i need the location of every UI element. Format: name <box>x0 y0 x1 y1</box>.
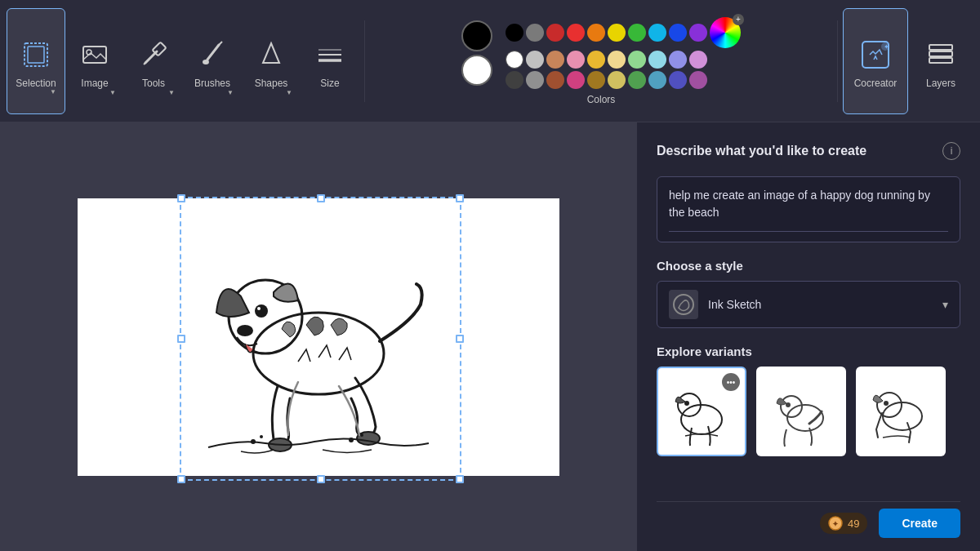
handle-bottom-right[interactable] <box>456 475 464 483</box>
variant-more-button[interactable]: ••• <box>722 373 740 391</box>
style-chevron-icon: ▾ <box>942 298 948 311</box>
credits-badge: ✦ 49 <box>820 513 867 534</box>
handle-bottom-left[interactable] <box>177 475 185 483</box>
tool-brushes[interactable]: ▼ Brushes <box>183 8 242 114</box>
svg-point-37 <box>786 402 791 407</box>
color-darkgreen[interactable] <box>628 71 646 89</box>
svg-point-29 <box>349 438 354 442</box>
tool-selection[interactable]: ▼ Selection <box>7 8 65 114</box>
svg-text:✦: ✦ <box>884 43 889 51</box>
color-black[interactable] <box>506 24 523 42</box>
secondary-color-swatch[interactable] <box>461 55 492 86</box>
tools-chevron: ▼ <box>168 89 175 96</box>
style-thumbnail <box>669 290 698 319</box>
handle-bottom-middle[interactable] <box>317 475 325 483</box>
variant-2[interactable] <box>756 367 846 456</box>
style-section: Choose a style Ink Sketch ▾ <box>657 259 960 328</box>
color-row-1 <box>506 17 741 48</box>
colors-label: Colors <box>587 94 616 105</box>
color-olive[interactable] <box>587 71 605 89</box>
color-tan[interactable] <box>546 51 564 69</box>
color-orange[interactable] <box>587 24 605 42</box>
style-dropdown[interactable]: Ink Sketch ▾ <box>657 281 960 328</box>
color-magenta[interactable] <box>567 71 585 89</box>
color-steel[interactable] <box>648 71 666 89</box>
svg-point-23 <box>257 307 261 310</box>
cocreator-icon: ✦ <box>858 37 893 73</box>
brushes-chevron: ▼ <box>227 89 234 96</box>
active-color-swatch[interactable] <box>461 20 492 51</box>
color-row-2 <box>506 51 741 69</box>
tool-cocreator[interactable]: ✦ Cocreator <box>843 8 908 114</box>
image-chevron: ▼ <box>109 89 116 96</box>
color-darkgray2[interactable] <box>506 71 523 89</box>
prompt-text: help me create an image of a happy dog r… <box>669 187 948 221</box>
svg-point-34 <box>684 401 689 406</box>
color-red[interactable] <box>567 24 585 42</box>
side-panel: Describe what you'd like to create i hel… <box>637 122 980 551</box>
svg-rect-17 <box>929 51 952 56</box>
variant-3[interactable] <box>856 367 946 456</box>
tool-tools[interactable]: ▼ Tools <box>124 8 183 114</box>
color-lightgreen[interactable] <box>628 51 646 69</box>
color-midgray[interactable] <box>526 71 544 89</box>
bottom-bar: ✦ 49 Create <box>657 501 960 538</box>
prompt-box[interactable]: help me create an image of a happy dog r… <box>657 176 960 242</box>
color-darkred[interactable] <box>546 24 564 42</box>
svg-rect-2 <box>83 47 106 63</box>
svg-rect-19 <box>929 58 952 63</box>
shapes-icon <box>253 37 289 73</box>
create-button[interactable]: Create <box>879 509 960 538</box>
variants-section: Explore variants ••• <box>657 344 960 456</box>
shapes-chevron: ▼ <box>286 89 292 96</box>
panel-title: Describe what you'd like to create <box>657 144 942 158</box>
credits-coin-icon: ✦ <box>828 516 843 531</box>
brushes-icon <box>194 37 230 73</box>
tool-image[interactable]: ▼ Image <box>65 8 124 114</box>
svg-point-8 <box>203 60 209 64</box>
color-lightyellow[interactable] <box>608 51 626 69</box>
style-section-label: Choose a style <box>657 259 960 273</box>
tool-shapes[interactable]: ▼ Shapes <box>242 8 301 114</box>
color-violet[interactable] <box>689 71 707 89</box>
svg-point-27 <box>251 439 256 444</box>
variants-section-label: Explore variants <box>657 344 960 358</box>
colors-main <box>461 17 741 89</box>
color-gold[interactable] <box>587 51 605 69</box>
color-green[interactable] <box>628 24 646 42</box>
color-gray[interactable] <box>526 24 544 42</box>
color-lightblue[interactable] <box>669 51 687 69</box>
color-blue[interactable] <box>669 24 687 42</box>
tool-size[interactable]: Size <box>301 8 359 114</box>
color-silver[interactable] <box>526 51 544 69</box>
tool-layers[interactable]: Layers <box>908 8 973 114</box>
color-khaki[interactable] <box>608 71 626 89</box>
svg-point-30 <box>360 433 363 437</box>
color-indigo[interactable] <box>669 71 687 89</box>
main-area: Describe what you'd like to create i hel… <box>0 122 980 551</box>
color-wheel[interactable] <box>710 17 741 48</box>
color-cyan[interactable] <box>648 24 666 42</box>
shapes-label: Shapes <box>255 78 288 89</box>
canvas-area[interactable] <box>0 122 637 551</box>
color-white[interactable] <box>506 51 523 69</box>
cocreator-label: Cocreator <box>854 78 898 89</box>
info-icon[interactable]: i <box>942 142 960 160</box>
prompt-text-area: help me create an image of a happy dog r… <box>669 187 948 232</box>
color-lightcyan[interactable] <box>648 51 666 69</box>
color-lavender[interactable] <box>689 51 707 69</box>
image-label: Image <box>81 78 108 89</box>
svg-point-22 <box>255 304 268 318</box>
color-brown[interactable] <box>546 71 564 89</box>
color-purple[interactable] <box>689 24 707 42</box>
color-yellow[interactable] <box>608 24 626 42</box>
size-icon <box>312 37 348 73</box>
color-row-3 <box>506 71 741 89</box>
variant-1[interactable]: ••• <box>657 367 746 456</box>
selection-chevron: ▼ <box>50 88 56 96</box>
selection-icon <box>18 37 54 73</box>
layers-label: Layers <box>926 78 956 89</box>
canvas-background <box>78 198 559 476</box>
color-pink[interactable] <box>567 51 585 69</box>
tools-icon <box>136 37 172 73</box>
